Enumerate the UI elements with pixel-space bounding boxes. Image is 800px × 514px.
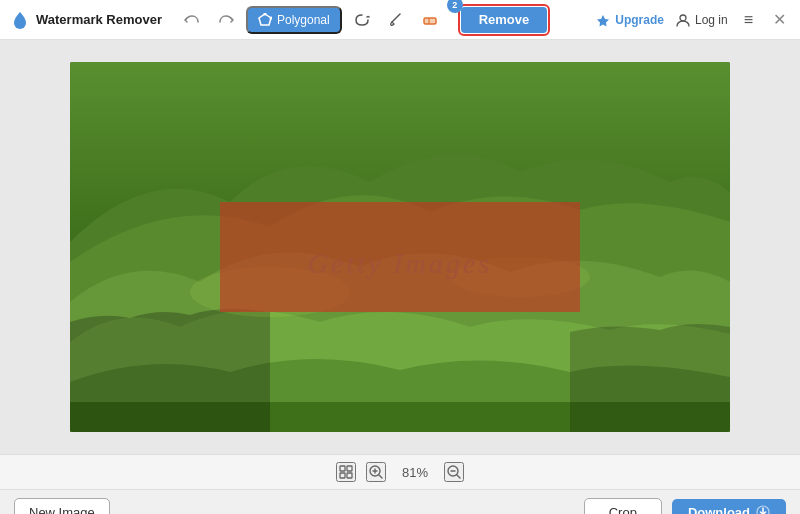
login-label: Log in bbox=[695, 13, 728, 27]
remove-btn-container: 2 Remove bbox=[454, 4, 551, 36]
download-icon bbox=[756, 505, 770, 514]
svg-rect-14 bbox=[347, 473, 352, 478]
login-button[interactable]: Log in bbox=[676, 13, 728, 27]
main-canvas-area: Getty Images bbox=[0, 40, 800, 454]
polygonal-tool-button[interactable]: Polygonal bbox=[246, 6, 342, 34]
badge: 2 bbox=[447, 0, 463, 13]
landscape-image: Getty Images bbox=[70, 62, 730, 432]
right-toolbar: Upgrade Log in ≡ ✕ bbox=[596, 8, 790, 31]
title-bar: Watermark Remover Polygonal bbox=[0, 0, 800, 40]
upgrade-button[interactable]: Upgrade bbox=[596, 13, 664, 27]
svg-line-21 bbox=[457, 475, 460, 478]
zoom-bar: 81% bbox=[0, 454, 800, 490]
action-bar: New Image Crop Download bbox=[0, 490, 800, 514]
svg-line-18 bbox=[379, 475, 382, 478]
fit-to-screen-button[interactable] bbox=[336, 462, 356, 482]
svg-rect-11 bbox=[340, 466, 345, 471]
app-logo: Watermark Remover bbox=[10, 10, 162, 30]
redo-button[interactable] bbox=[212, 6, 240, 34]
new-image-button[interactable]: New Image bbox=[14, 498, 110, 515]
app-title: Watermark Remover bbox=[36, 12, 162, 27]
svg-rect-12 bbox=[347, 466, 352, 471]
svg-rect-3 bbox=[424, 18, 436, 24]
zoom-in-button[interactable] bbox=[366, 462, 386, 482]
polygonal-label: Polygonal bbox=[277, 13, 330, 27]
lasso-tool-button[interactable] bbox=[348, 6, 376, 34]
zoom-level: 81% bbox=[396, 465, 434, 480]
remove-btn-wrapper: Remove bbox=[458, 4, 551, 36]
right-actions: Crop Download bbox=[584, 498, 786, 515]
remove-button[interactable]: Remove bbox=[461, 7, 548, 33]
svg-marker-0 bbox=[259, 14, 271, 25]
svg-text:Getty Images: Getty Images bbox=[308, 248, 493, 279]
brush-tool-button[interactable] bbox=[382, 6, 410, 34]
svg-point-5 bbox=[680, 15, 686, 21]
menu-button[interactable]: ≡ bbox=[740, 9, 757, 31]
download-button[interactable]: Download bbox=[672, 499, 786, 515]
upgrade-label: Upgrade bbox=[615, 13, 664, 27]
logo-icon bbox=[10, 10, 30, 30]
close-button[interactable]: ✕ bbox=[769, 8, 790, 31]
zoom-out-button[interactable] bbox=[444, 462, 464, 482]
svg-rect-13 bbox=[340, 473, 345, 478]
crop-button[interactable]: Crop bbox=[584, 498, 662, 515]
eraser-tool-button[interactable] bbox=[416, 6, 444, 34]
undo-button[interactable] bbox=[178, 6, 206, 34]
toolbar: Polygonal 2 Remove bbox=[178, 4, 596, 36]
image-canvas[interactable]: Getty Images bbox=[70, 62, 730, 432]
